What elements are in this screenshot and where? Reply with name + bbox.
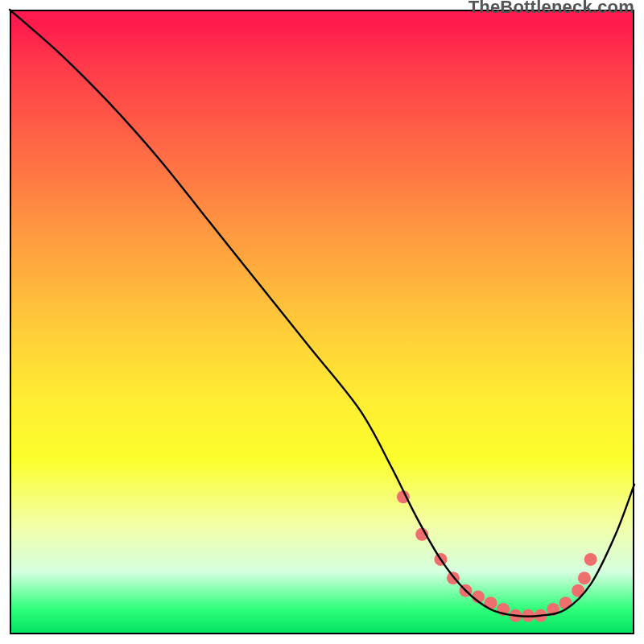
marker-dot xyxy=(559,597,572,609)
chart-svg xyxy=(10,10,634,634)
watermark-text: TheBottleneck.com xyxy=(469,0,634,18)
chart-container: TheBottleneck.com xyxy=(0,0,644,644)
marker-dot xyxy=(584,553,597,566)
bottleneck-curve xyxy=(10,10,634,617)
marker-dot xyxy=(578,572,591,584)
marker-group xyxy=(397,490,597,621)
